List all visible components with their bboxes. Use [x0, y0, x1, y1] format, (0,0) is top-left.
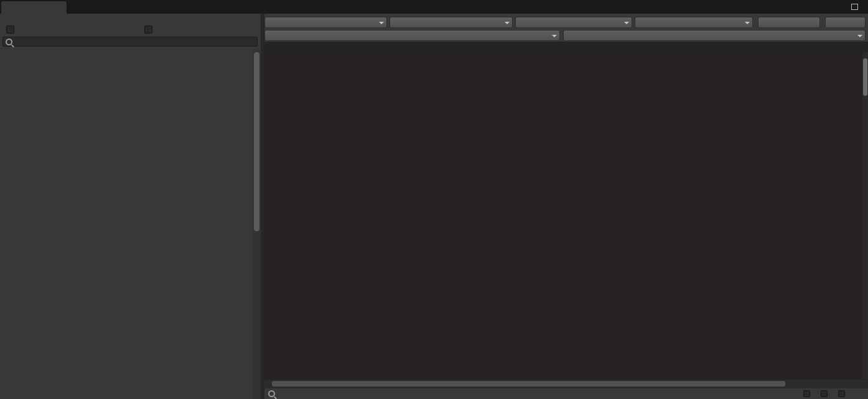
- window-controls: [845, 0, 864, 14]
- tree-scrollbar[interactable]: [253, 50, 261, 399]
- simd-highlight-dropdown[interactable]: [563, 30, 866, 41]
- maximize-icon[interactable]: [851, 4, 858, 10]
- compile-targets-panel: [0, 14, 261, 399]
- inspector-panel: [264, 14, 868, 399]
- branch-flow-arrows: [264, 52, 862, 379]
- find-options: [803, 388, 863, 399]
- whole-words-toggle[interactable]: [821, 390, 831, 397]
- find-input[interactable]: [279, 389, 668, 399]
- chevron-down-icon: [624, 22, 629, 27]
- chevron-down-icon: [552, 35, 557, 40]
- target-dropdown[interactable]: [515, 17, 632, 28]
- assembly-code-view[interactable]: [264, 52, 862, 379]
- toolbar-row-2: [264, 30, 868, 41]
- search-icon: [268, 390, 275, 397]
- checkbox[interactable]: [821, 390, 828, 397]
- toolbar-row-1: [264, 17, 868, 28]
- expand-all-button[interactable]: [825, 17, 866, 28]
- show-unity-namespace-toggle[interactable]: [6, 25, 17, 34]
- targets-search-input[interactable]: [16, 37, 254, 47]
- chevron-down-icon: [857, 35, 862, 40]
- code-vertical-scrollbar[interactable]: [862, 52, 868, 379]
- checkbox[interactable]: [144, 25, 152, 34]
- scrollbar-thumb[interactable]: [863, 58, 867, 96]
- show-generated-toggle[interactable]: [144, 25, 156, 34]
- checkbox[interactable]: [6, 25, 14, 34]
- find-bar: [264, 388, 868, 399]
- focus-on-code-button[interactable]: [758, 17, 820, 28]
- checkbox[interactable]: [838, 390, 845, 397]
- window-titlebar: [0, 0, 868, 14]
- match-case-toggle[interactable]: [803, 390, 813, 397]
- window-tab[interactable]: [1, 1, 67, 14]
- debug-info-dropdown[interactable]: [264, 17, 387, 28]
- scrollbar-thumb[interactable]: [272, 381, 785, 387]
- chevron-down-icon: [745, 22, 750, 27]
- code-horizontal-scrollbar[interactable]: [264, 379, 868, 388]
- search-icon: [6, 39, 12, 45]
- view-tabs: [264, 42, 868, 52]
- font-size-dropdown[interactable]: [635, 17, 753, 28]
- checkbox[interactable]: [803, 390, 810, 397]
- chevron-down-icon: [379, 22, 384, 27]
- branch-flow-dropdown[interactable]: [264, 30, 560, 41]
- chevron-down-icon: [505, 22, 510, 27]
- scrollbar-thumb[interactable]: [254, 52, 259, 231]
- burst-inspector-window: [0, 0, 868, 399]
- safety-check-dropdown[interactable]: [390, 17, 513, 28]
- compile-targets-tree: [0, 50, 253, 399]
- targets-search-field[interactable]: [2, 37, 258, 47]
- regex-toggle[interactable]: [838, 390, 848, 397]
